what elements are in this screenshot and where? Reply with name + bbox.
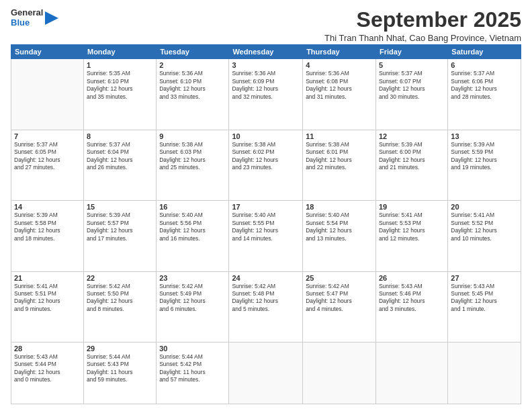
day-number: 29 [87,345,153,353]
day-number: 21 [14,274,81,282]
table-row: 5Sunrise: 5:37 AM Sunset: 6:07 PM Daylig… [375,59,447,130]
table-row: 17Sunrise: 5:40 AM Sunset: 5:55 PM Dayli… [229,201,303,271]
day-number: 27 [451,274,518,282]
day-number: 1 [87,61,153,69]
header: General Blue September 2025 Thi Tran Tha… [11,8,521,43]
day-number: 25 [306,274,373,282]
day-info: Sunrise: 5:43 AM Sunset: 5:46 PM Dayligh… [379,283,445,314]
day-info: Sunrise: 5:39 AM Sunset: 5:57 PM Dayligh… [87,212,153,242]
calendar-week-row: 7Sunrise: 5:37 AM Sunset: 6:05 PM Daylig… [11,130,521,200]
day-number: 22 [87,274,153,282]
table-row [11,59,84,130]
subtitle: Thi Tran Thanh Nhat, Cao Bang Province, … [324,33,521,43]
day-info: Sunrise: 5:36 AM Sunset: 6:09 PM Dayligh… [232,70,300,101]
day-number: 26 [379,274,445,282]
table-row: 29Sunrise: 5:44 AM Sunset: 5:43 PM Dayli… [83,342,156,404]
table-row: 14Sunrise: 5:39 AM Sunset: 5:58 PM Dayli… [11,201,84,271]
table-row: 6Sunrise: 5:37 AM Sunset: 6:06 PM Daylig… [448,59,521,130]
table-row: 12Sunrise: 5:39 AM Sunset: 6:00 PM Dayli… [375,130,447,200]
table-row: 20Sunrise: 5:41 AM Sunset: 5:52 PM Dayli… [448,201,521,271]
day-number: 5 [379,61,445,69]
day-info: Sunrise: 5:40 AM Sunset: 5:54 PM Dayligh… [306,212,373,242]
day-info: Sunrise: 5:42 AM Sunset: 5:49 PM Dayligh… [159,283,226,314]
day-number: 12 [379,132,445,140]
table-row: 11Sunrise: 5:38 AM Sunset: 6:01 PM Dayli… [303,130,376,200]
day-number: 30 [159,345,226,353]
table-row: 1Sunrise: 5:35 AM Sunset: 6:10 PM Daylig… [83,59,156,130]
svg-marker-0 [45,11,58,25]
day-info: Sunrise: 5:38 AM Sunset: 6:03 PM Dayligh… [159,141,226,172]
day-info: Sunrise: 5:42 AM Sunset: 5:48 PM Dayligh… [232,283,300,314]
table-row [448,342,521,404]
table-row: 24Sunrise: 5:42 AM Sunset: 5:48 PM Dayli… [229,271,303,342]
day-number: 9 [159,132,226,140]
day-number: 8 [87,132,153,140]
page: General Blue September 2025 Thi Tran Tha… [0,0,532,411]
day-info: Sunrise: 5:39 AM Sunset: 5:59 PM Dayligh… [451,141,518,172]
day-number: 28 [14,345,81,353]
day-number: 14 [14,203,81,211]
col-sunday: Sunday [11,45,84,59]
day-info: Sunrise: 5:44 AM Sunset: 5:42 PM Dayligh… [159,353,226,384]
day-number: 10 [232,132,300,140]
day-info: Sunrise: 5:37 AM Sunset: 6:05 PM Dayligh… [14,141,81,172]
month-title: September 2025 [324,8,521,32]
col-saturday: Saturday [448,45,521,59]
day-info: Sunrise: 5:43 AM Sunset: 5:45 PM Dayligh… [451,283,518,314]
table-row: 28Sunrise: 5:43 AM Sunset: 5:44 PM Dayli… [11,342,84,404]
day-info: Sunrise: 5:38 AM Sunset: 6:01 PM Dayligh… [306,141,373,172]
day-number: 11 [306,132,373,140]
col-wednesday: Wednesday [229,45,303,59]
table-row: 22Sunrise: 5:42 AM Sunset: 5:50 PM Dayli… [83,271,156,342]
day-number: 19 [379,203,445,211]
day-number: 18 [306,203,373,211]
day-info: Sunrise: 5:36 AM Sunset: 6:10 PM Dayligh… [159,70,226,101]
day-number: 23 [159,274,226,282]
calendar-week-row: 14Sunrise: 5:39 AM Sunset: 5:58 PM Dayli… [11,201,521,271]
day-info: Sunrise: 5:37 AM Sunset: 6:06 PM Dayligh… [451,70,518,101]
col-friday: Friday [375,45,447,59]
day-number: 2 [159,61,226,69]
day-info: Sunrise: 5:37 AM Sunset: 6:04 PM Dayligh… [87,141,153,172]
day-info: Sunrise: 5:44 AM Sunset: 5:43 PM Dayligh… [87,353,153,384]
day-number: 16 [159,203,226,211]
col-thursday: Thursday [303,45,376,59]
day-number: 4 [306,61,373,69]
day-info: Sunrise: 5:41 AM Sunset: 5:53 PM Dayligh… [379,212,445,242]
day-info: Sunrise: 5:43 AM Sunset: 5:44 PM Dayligh… [14,353,81,384]
table-row: 15Sunrise: 5:39 AM Sunset: 5:57 PM Dayli… [83,201,156,271]
table-row [303,342,376,404]
day-number: 3 [232,61,300,69]
table-row: 21Sunrise: 5:41 AM Sunset: 5:51 PM Dayli… [11,271,84,342]
col-tuesday: Tuesday [157,45,229,59]
table-row: 4Sunrise: 5:36 AM Sunset: 6:08 PM Daylig… [303,59,376,130]
logo-chevron-icon [45,9,58,28]
day-info: Sunrise: 5:41 AM Sunset: 5:52 PM Dayligh… [451,212,518,242]
table-row: 30Sunrise: 5:44 AM Sunset: 5:42 PM Dayli… [157,342,229,404]
calendar-week-row: 1Sunrise: 5:35 AM Sunset: 6:10 PM Daylig… [11,59,521,130]
day-number: 6 [451,61,518,69]
day-number: 7 [14,132,81,140]
table-row [229,342,303,404]
table-row [375,342,447,404]
day-number: 20 [451,203,518,211]
table-row: 27Sunrise: 5:43 AM Sunset: 5:45 PM Dayli… [448,271,521,342]
calendar-week-row: 21Sunrise: 5:41 AM Sunset: 5:51 PM Dayli… [11,271,521,342]
logo: General Blue [11,8,58,28]
table-row: 23Sunrise: 5:42 AM Sunset: 5:49 PM Dayli… [157,271,229,342]
day-info: Sunrise: 5:39 AM Sunset: 5:58 PM Dayligh… [14,212,81,242]
table-row: 13Sunrise: 5:39 AM Sunset: 5:59 PM Dayli… [448,130,521,200]
day-info: Sunrise: 5:40 AM Sunset: 5:56 PM Dayligh… [159,212,226,242]
calendar-table: Sunday Monday Tuesday Wednesday Thursday… [11,44,521,404]
table-row: 2Sunrise: 5:36 AM Sunset: 6:10 PM Daylig… [157,59,229,130]
calendar-header-row: Sunday Monday Tuesday Wednesday Thursday… [11,45,521,59]
day-info: Sunrise: 5:36 AM Sunset: 6:08 PM Dayligh… [306,70,373,101]
day-info: Sunrise: 5:40 AM Sunset: 5:55 PM Dayligh… [232,212,300,242]
day-number: 15 [87,203,153,211]
calendar-week-row: 28Sunrise: 5:43 AM Sunset: 5:44 PM Dayli… [11,342,521,404]
table-row: 19Sunrise: 5:41 AM Sunset: 5:53 PM Dayli… [375,201,447,271]
title-area: September 2025 Thi Tran Thanh Nhat, Cao … [324,8,521,43]
day-number: 17 [232,203,300,211]
day-info: Sunrise: 5:38 AM Sunset: 6:02 PM Dayligh… [232,141,300,172]
table-row: 9Sunrise: 5:38 AM Sunset: 6:03 PM Daylig… [157,130,229,200]
